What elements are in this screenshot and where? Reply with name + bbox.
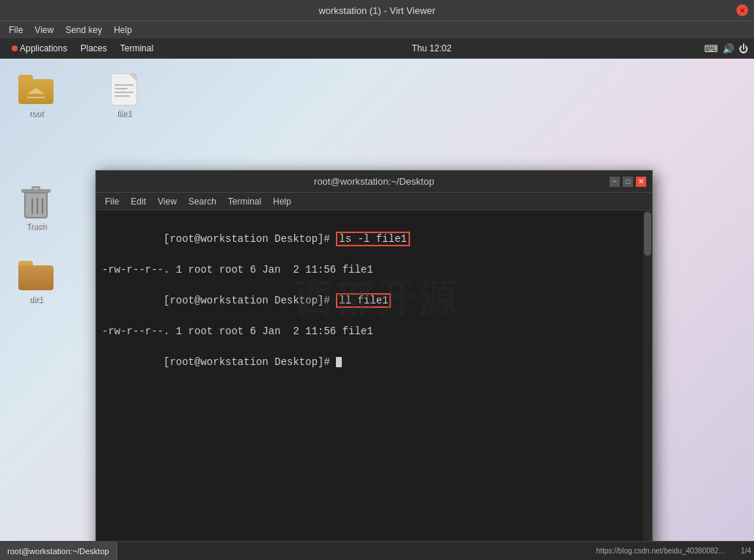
terminal-close-button[interactable]: ✕ bbox=[636, 177, 646, 187]
dir1-icon-label: dir1 bbox=[29, 295, 43, 303]
volume-icon[interactable]: 🔊 bbox=[722, 43, 734, 54]
gnome-clock: Thu 12:02 bbox=[412, 43, 452, 54]
file1-icon bbox=[106, 72, 142, 107]
terminal-menu-terminal[interactable]: Terminal bbox=[222, 193, 267, 210]
terminal-prompt-1: [root@workstation Desktop]# bbox=[164, 233, 336, 245]
terminal-menu-file[interactable]: File bbox=[99, 193, 125, 210]
terminal-maximize-button[interactable]: □ bbox=[623, 177, 633, 187]
terminal-line-1: [root@workstation Desktop]# ls -l file1 bbox=[102, 216, 646, 262]
gnome-left-menu: Applications Places Terminal bbox=[6, 42, 159, 55]
gnome-right-icons: ⌨ 🔊 ⏻ bbox=[704, 43, 748, 54]
terminal-menu-bar: File Edit View Search Terminal Help bbox=[96, 193, 652, 210]
trash-icon-label: Trash bbox=[26, 221, 46, 230]
desktop-icon-trash[interactable]: Trash bbox=[10, 185, 62, 230]
terminal-prompt-2: [root@workstation Desktop]# bbox=[164, 295, 336, 306]
places-menu[interactable]: Places bbox=[75, 42, 113, 55]
terminal-cmd-2: ll file1 bbox=[336, 293, 391, 308]
keyboard-icon: ⌨ bbox=[704, 43, 718, 54]
terminal-body[interactable]: [root@workstation Desktop]# ls -l file1 … bbox=[96, 210, 652, 560]
menu-view[interactable]: View bbox=[29, 21, 59, 38]
terminal-wm-buttons: − □ ✕ bbox=[610, 177, 646, 187]
desktop-icon-root[interactable]: root bbox=[10, 72, 62, 117]
terminal-title: root@workstation:~/Desktop bbox=[139, 176, 610, 187]
terminal-prompt-3: [root@workstation Desktop]# bbox=[164, 356, 336, 368]
terminal-minimize-button[interactable]: − bbox=[610, 177, 620, 187]
terminal-line-3: [root@workstation Desktop]# bbox=[102, 339, 646, 386]
desktop: Applications Places Terminal Thu 12:02 ⌨… bbox=[0, 38, 754, 560]
menu-sendkey[interactable]: Send key bbox=[59, 21, 108, 38]
terminal-output-2: -rw-r--r--. 1 root root 6 Jan 2 11:56 fi… bbox=[102, 324, 646, 339]
terminal-cmd-1: ls -l file1 bbox=[336, 232, 409, 246]
outer-close-button[interactable]: ✕ bbox=[736, 4, 748, 16]
taskbar: root@workstation:~/Desktop https://blog.… bbox=[0, 541, 754, 560]
terminal-menu[interactable]: Terminal bbox=[114, 42, 159, 55]
file1-icon-label: file1 bbox=[117, 108, 131, 117]
taskbar-page: 1/4 bbox=[741, 547, 751, 555]
outer-window: workstation (1) - Virt Viewer ✕ File Vie… bbox=[0, 0, 754, 560]
terminal-cursor bbox=[336, 357, 342, 367]
dir1-folder-icon bbox=[18, 258, 54, 293]
root-folder-icon bbox=[18, 72, 54, 107]
applications-dot bbox=[12, 45, 18, 51]
terminal-menu-edit[interactable]: Edit bbox=[125, 193, 152, 210]
desktop-icon-file1[interactable]: file1 bbox=[98, 72, 150, 117]
taskbar-url: https://blog.csdn.net/beidu_40380082... bbox=[596, 547, 725, 555]
power-icon[interactable]: ⏻ bbox=[739, 43, 748, 54]
terminal-title-bar: root@workstation:~/Desktop − □ ✕ bbox=[96, 171, 652, 193]
terminal-window: root@workstation:~/Desktop − □ ✕ File Ed… bbox=[95, 170, 653, 560]
outer-window-title: workstation (1) - Virt Viewer bbox=[18, 5, 736, 16]
menu-help[interactable]: Help bbox=[108, 21, 138, 38]
taskbar-item[interactable]: root@workstation:~/Desktop bbox=[0, 542, 117, 560]
gnome-top-bar: Applications Places Terminal Thu 12:02 ⌨… bbox=[0, 38, 754, 59]
outer-title-bar: workstation (1) - Virt Viewer ✕ bbox=[0, 0, 754, 21]
terminal-menu-help[interactable]: Help bbox=[267, 193, 297, 210]
terminal-menu-search[interactable]: Search bbox=[183, 193, 222, 210]
terminal-label: Terminal bbox=[120, 43, 153, 54]
terminal-output-1: -rw-r--r--. 1 root root 6 Jan 2 11:56 fi… bbox=[102, 262, 646, 278]
terminal-scrollbar-thumb bbox=[644, 212, 651, 256]
outer-menu-bar: File View Send key Help bbox=[0, 21, 754, 38]
root-icon-label: root bbox=[29, 108, 43, 117]
terminal-line-2: [root@workstation Desktop]# ll file1 bbox=[102, 278, 646, 324]
desktop-icon-dir1[interactable]: dir1 bbox=[10, 258, 62, 303]
menu-file[interactable]: File bbox=[3, 21, 29, 38]
places-label: Places bbox=[81, 43, 107, 54]
applications-menu[interactable]: Applications bbox=[6, 42, 73, 55]
terminal-menu-view[interactable]: View bbox=[152, 193, 183, 210]
terminal-scrollbar[interactable] bbox=[643, 210, 652, 560]
trash-icon bbox=[18, 185, 54, 220]
applications-label: Applications bbox=[20, 43, 67, 54]
